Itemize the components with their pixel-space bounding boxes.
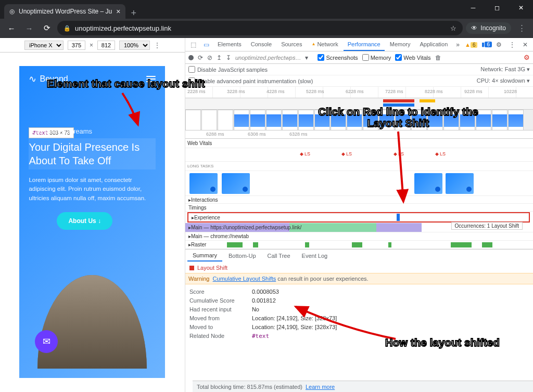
browser-menu-icon[interactable]: ⋮ xyxy=(514,21,529,35)
disable-js-checkbox[interactable] xyxy=(188,66,195,73)
capture-settings-icon[interactable]: ⚙ xyxy=(524,54,530,61)
experience-track[interactable]: ▸ Experience xyxy=(187,212,530,223)
long-tasks-lane[interactable] xyxy=(185,171,533,196)
tab-memory[interactable]: Memory xyxy=(386,38,415,51)
occurrences-tooltip: Occurrences: 1 Layout Shift xyxy=(451,222,523,230)
screenshots-filmstrip[interactable] xyxy=(185,110,533,130)
hamburger-menu-icon[interactable] xyxy=(146,76,156,82)
main-thread-track[interactable]: ▸ Main — https://unoptimized.perfectwpse… xyxy=(185,223,533,232)
about-us-button[interactable]: About Us ↓ xyxy=(57,212,112,230)
url-input[interactable]: 🔒 unoptimized.perfectwpsetup.link ☆ xyxy=(57,21,463,35)
web-vitals-track-header[interactable]: Web Vitals xyxy=(185,139,533,148)
tab-network[interactable]: Network xyxy=(307,38,342,51)
layout-shift-color-swatch xyxy=(189,266,194,270)
browser-tab[interactable]: ◎ Unoptimized WordPress Site – Ju × xyxy=(4,4,125,19)
devtools-footer: Total blocking time: 815.87ms (estimated… xyxy=(193,381,533,392)
learn-more-link[interactable]: Learn more xyxy=(306,384,335,390)
paint-instrumentation-checkbox[interactable] xyxy=(188,77,195,84)
cls-docs-link[interactable]: Cumulative Layout Shifts xyxy=(213,276,276,282)
cpu-throttle-select[interactable]: 4× slowdown ▾ xyxy=(492,77,530,84)
profile-dropdown-icon[interactable]: ▾ xyxy=(305,54,308,61)
browser-chrome: ─ ◻ ✕ ◎ Unoptimized WordPress Site – Ju … xyxy=(0,0,533,38)
hero-subtitle: Your Wildest Dreams xyxy=(29,127,165,135)
detail-title: Layout Shift xyxy=(189,265,529,271)
perf-settings-row-2: Enable advanced paint instrumentation (s… xyxy=(185,75,533,87)
warning-badge[interactable]: ▲6 xyxy=(465,42,477,48)
device-preview-panel: iPhone X × 100% ⋮ ∿ Beyond #text 303 × 7… xyxy=(0,38,185,392)
tab-sources[interactable]: Sources xyxy=(277,38,306,51)
minimize-button[interactable]: ─ xyxy=(461,0,485,16)
perf-settings-row-1: Disable JavaScript samples Network: Fast… xyxy=(185,64,533,75)
forward-button[interactable]: → xyxy=(22,21,36,35)
timings-track[interactable]: Timings xyxy=(185,204,533,212)
perf-toolbar: ⟳ ⊘ ↥ ↧ unoptimized.perfectwps… ▾ Screen… xyxy=(185,51,533,64)
info-badge[interactable]: ▮6 xyxy=(481,41,492,48)
incognito-badge: 👁 Incognito xyxy=(466,22,511,34)
tab-performance[interactable]: Performance xyxy=(344,38,385,51)
tab-bottom-up[interactable]: Bottom-Up xyxy=(223,250,261,262)
screenshots-checkbox[interactable] xyxy=(318,54,324,61)
tab-summary[interactable]: Summary xyxy=(187,250,222,262)
back-button[interactable]: ← xyxy=(4,21,19,35)
inspect-icon[interactable]: ⬚ xyxy=(187,41,199,48)
load-profile-icon[interactable]: ↥ xyxy=(217,54,222,61)
summary-tab-bar: Summary Bottom-Up Call Tree Event Log xyxy=(185,249,533,262)
related-node-link[interactable]: #text xyxy=(252,333,269,339)
profile-name: unoptimized.perfectwps… xyxy=(235,55,301,61)
network-throttle-select[interactable]: Fast 3G ▾ xyxy=(505,66,530,72)
raster-track[interactable]: ▸ Raster xyxy=(185,241,533,249)
tab-application[interactable]: Application xyxy=(415,38,452,51)
hero-body: Lorem ipsum dolor sit amet, consectetr a… xyxy=(29,176,156,203)
web-vitals-checkbox[interactable] xyxy=(395,54,402,61)
memory-checkbox[interactable] xyxy=(362,54,369,61)
clear-icon[interactable]: ⊘ xyxy=(207,54,212,61)
maximize-button[interactable]: ◻ xyxy=(485,0,509,16)
phone-viewport: ∿ Beyond #text 303 × 73 Your Wildest Dre… xyxy=(19,66,165,378)
logo-icon: ∿ xyxy=(29,73,36,85)
window-controls: ─ ◻ ✕ xyxy=(461,0,533,16)
envelope-icon: ✉ xyxy=(43,336,50,347)
tab-title: Unoptimized WordPress Site – Ju xyxy=(19,8,112,15)
device-select[interactable]: iPhone X xyxy=(24,41,64,50)
web-vitals-lane[interactable]: LS LS LS LS xyxy=(185,148,533,162)
overview-activity-lanes[interactable] xyxy=(185,98,533,110)
device-toolbar: iPhone X × 100% ⋮ xyxy=(0,38,185,53)
tab-favicon: ◎ xyxy=(9,8,15,15)
lock-icon: 🔒 xyxy=(64,25,71,32)
summary-detail: Layout Shift Warning Cumulative Layout S… xyxy=(185,262,533,392)
device-width-input[interactable] xyxy=(68,41,85,50)
site-logo[interactable]: ∿ Beyond xyxy=(29,73,68,85)
tab-close-icon[interactable]: × xyxy=(116,7,120,16)
zoom-select[interactable]: 100% xyxy=(119,41,150,50)
long-tasks-header: LONG TASKS xyxy=(185,162,533,171)
trash-icon[interactable]: 🗑 xyxy=(435,54,441,61)
save-profile-icon[interactable]: ↧ xyxy=(226,54,231,61)
device-mode-icon[interactable]: ▭ xyxy=(200,41,212,48)
reload-record-icon[interactable]: ⟳ xyxy=(198,54,203,61)
more-tabs-icon[interactable]: » xyxy=(453,41,463,48)
chrome-newtab-track[interactable]: ▸ Main — chrome://newtab xyxy=(185,232,533,241)
hero-image xyxy=(37,275,147,369)
devtools-panel: ⬚ ▭ Elements Console Sources Network Per… xyxy=(185,38,533,392)
reload-button[interactable]: ⟳ xyxy=(40,21,54,35)
flamechart-ruler[interactable]: 6288 ms 6308 ms 6328 ms xyxy=(185,130,533,139)
tab-console[interactable]: Console xyxy=(247,38,276,51)
device-height-input[interactable] xyxy=(97,41,115,50)
close-devtools-icon[interactable]: ✕ xyxy=(519,41,531,48)
devtools-tab-bar: ⬚ ▭ Elements Console Sources Network Per… xyxy=(185,38,533,51)
new-tab-button[interactable]: + xyxy=(125,8,142,19)
interactions-track[interactable]: ▸ Interactions xyxy=(185,196,533,204)
tab-elements[interactable]: Elements xyxy=(213,38,246,51)
timeline-overview-ruler[interactable]: 2228 ms 3228 ms 4228 ms 5228 ms 6228 ms … xyxy=(185,87,533,98)
settings-icon[interactable]: ⚙ xyxy=(493,41,505,48)
tab-event-log[interactable]: Event Log xyxy=(297,250,333,262)
star-icon[interactable]: ☆ xyxy=(450,24,456,32)
record-button[interactable] xyxy=(188,55,194,60)
tab-call-tree[interactable]: Call Tree xyxy=(262,250,296,262)
devtools-menu-icon[interactable]: ⋮ xyxy=(506,41,518,48)
url-text: unoptimized.perfectwpsetup.link xyxy=(75,24,171,32)
layout-shift-marker[interactable] xyxy=(397,214,400,221)
warning-banner: Warning Cumulative Layout Shifts can res… xyxy=(185,273,533,284)
close-window-button[interactable]: ✕ xyxy=(509,0,533,16)
device-menu-icon[interactable]: ⋮ xyxy=(154,42,160,49)
